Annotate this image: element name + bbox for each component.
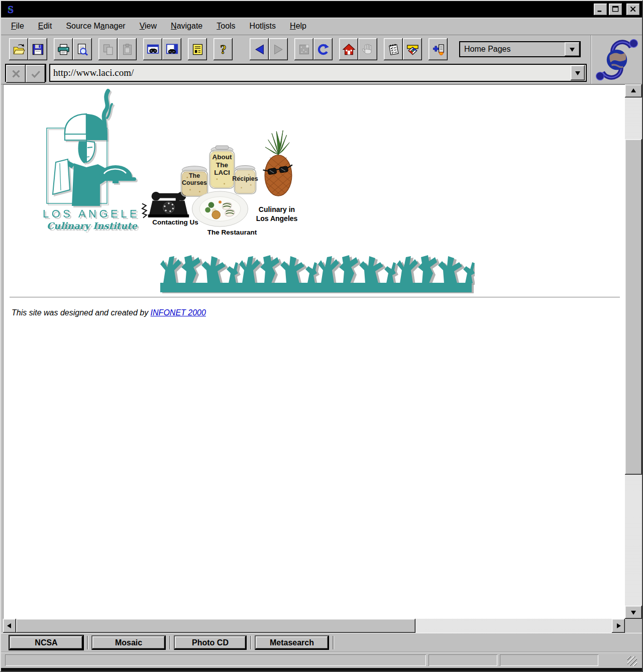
view-source-icon bbox=[191, 43, 204, 56]
paste-button-disabled[interactable] bbox=[118, 38, 137, 60]
status-panel-2 bbox=[428, 654, 497, 666]
help-icon: ? bbox=[217, 43, 230, 56]
nav-culinary-image[interactable] bbox=[260, 129, 297, 203]
view-source-button[interactable] bbox=[188, 38, 207, 60]
minimize-icon[interactable] bbox=[594, 4, 607, 16]
culinary-line2: Los Angeles bbox=[250, 214, 304, 223]
menu-view[interactable]: View bbox=[134, 20, 163, 33]
find-again-icon bbox=[165, 43, 179, 56]
menu-tools[interactable]: Tools bbox=[210, 20, 241, 33]
save-button[interactable] bbox=[28, 38, 47, 60]
print-icon bbox=[57, 43, 70, 56]
save-floppy-icon bbox=[31, 43, 45, 56]
load-images-button[interactable] bbox=[294, 38, 313, 60]
horizontal-scroll-track[interactable] bbox=[16, 619, 612, 633]
print-preview-button[interactable] bbox=[73, 38, 92, 60]
menu-file[interactable]: File bbox=[5, 20, 30, 33]
vertical-scrollbar bbox=[625, 84, 642, 619]
svg-text:?: ? bbox=[220, 43, 226, 56]
status-bar bbox=[1, 652, 642, 668]
forward-button-disabled[interactable] bbox=[269, 38, 288, 60]
find-again-button[interactable] bbox=[162, 38, 181, 60]
infonet-link[interactable]: INFONET 2000 bbox=[151, 308, 206, 317]
resize-grip[interactable] bbox=[627, 656, 637, 666]
address-field-wrap bbox=[49, 64, 587, 82]
quicklink-photo-cd[interactable]: Photo CD bbox=[174, 635, 247, 650]
print-button[interactable] bbox=[54, 38, 73, 60]
scroll-corner bbox=[625, 619, 642, 633]
spyglass-app-icon: S bbox=[3, 3, 18, 16]
quicklink-mosaic[interactable]: Mosaic bbox=[91, 635, 166, 650]
scroll-up-icon[interactable] bbox=[625, 84, 642, 97]
scroll-left-icon[interactable] bbox=[3, 619, 16, 633]
load-images-icon bbox=[297, 43, 311, 56]
nav-restaurant-label[interactable]: The Restaurant bbox=[199, 229, 265, 237]
smartmarks-icon bbox=[406, 43, 419, 56]
reload-button[interactable] bbox=[313, 38, 333, 60]
title-bar: S bbox=[1, 1, 642, 18]
nav-restaurant-image[interactable] bbox=[190, 189, 250, 231]
smartmarks-button[interactable] bbox=[403, 38, 422, 60]
menu-help[interactable]: Help bbox=[284, 20, 312, 33]
home-pages-combo[interactable]: Home Pages bbox=[459, 41, 581, 57]
add-hotlist-icon bbox=[432, 43, 445, 56]
top-bars: ? bbox=[1, 35, 642, 84]
stop-hand-icon bbox=[361, 43, 375, 56]
content-area: LOS ANGELES Culinary Institute bbox=[1, 84, 642, 633]
nav-culinary-label[interactable]: Culinary in Los Angeles bbox=[250, 205, 304, 223]
find-icon bbox=[146, 43, 160, 56]
horizontal-scrollbar bbox=[3, 619, 625, 633]
address-input[interactable] bbox=[50, 65, 571, 81]
quick-links-bar: NCSAMosaicPhoto CDMetasearch bbox=[1, 633, 642, 652]
add-hotlist-button[interactable] bbox=[428, 38, 448, 60]
find-button[interactable] bbox=[143, 38, 162, 60]
laci-logo-image: LOS ANGELES Culinary Institute bbox=[39, 88, 138, 235]
vertical-scroll-track[interactable] bbox=[625, 97, 642, 606]
quicklink-separator bbox=[250, 636, 251, 649]
culinary-line1: Culinary in bbox=[250, 205, 304, 214]
quicklink-separator bbox=[169, 636, 170, 649]
scroll-down-icon[interactable] bbox=[625, 606, 642, 619]
stop-button-disabled[interactable] bbox=[358, 38, 377, 60]
combo-dropdown-icon[interactable] bbox=[565, 42, 580, 56]
quicklink-separator bbox=[87, 636, 88, 649]
back-icon bbox=[253, 43, 266, 56]
url-dropdown-icon[interactable] bbox=[571, 65, 585, 80]
credit-text: This site was designed and created by bbox=[12, 308, 151, 317]
chefs-banner-image bbox=[159, 253, 475, 295]
horizontal-scroll-thumb[interactable] bbox=[16, 619, 415, 633]
menu-navigate[interactable]: Navigate bbox=[165, 20, 208, 33]
back-button[interactable] bbox=[250, 38, 269, 60]
paste-icon bbox=[121, 43, 134, 56]
menu-edit[interactable]: Edit bbox=[32, 20, 58, 33]
scroll-right-icon[interactable] bbox=[612, 619, 625, 633]
vertical-scroll-thumb[interactable] bbox=[625, 139, 642, 475]
hotlist-button[interactable] bbox=[384, 38, 403, 60]
help-button[interactable]: ? bbox=[213, 38, 233, 60]
nav-recipes-label[interactable]: Recipies bbox=[230, 175, 261, 182]
quicklink-ncsa[interactable]: NCSA bbox=[9, 635, 83, 650]
menu-bar: FileEditSource ManagerViewNavigateToolsH… bbox=[1, 18, 642, 35]
open-button[interactable] bbox=[9, 38, 28, 60]
status-progress-panel bbox=[500, 654, 598, 666]
menu-hotlists[interactable]: Hotlists bbox=[244, 20, 282, 33]
close-icon[interactable] bbox=[626, 4, 640, 16]
quicklink-metasearch[interactable]: Metasearch bbox=[255, 635, 329, 650]
copy-button-disabled[interactable] bbox=[98, 38, 118, 60]
credit-line: This site was designed and created by IN… bbox=[12, 308, 625, 317]
horizontal-scrollbar-row bbox=[3, 619, 642, 633]
reload-icon bbox=[316, 43, 330, 56]
open-folder-icon bbox=[12, 43, 26, 56]
menu-source-manager[interactable]: Source Manager bbox=[60, 20, 131, 33]
go-check-button[interactable] bbox=[26, 65, 45, 83]
url-bar bbox=[1, 63, 591, 84]
copy-icon bbox=[101, 43, 115, 56]
print-preview-icon bbox=[76, 43, 89, 56]
status-message-panel bbox=[5, 654, 426, 666]
cancel-x-button[interactable] bbox=[6, 65, 26, 83]
nav-imagemap: Contacting Us The Cou bbox=[140, 129, 302, 240]
maximize-icon[interactable] bbox=[609, 4, 622, 16]
toolbar: ? bbox=[1, 35, 591, 63]
home-button[interactable] bbox=[339, 38, 358, 60]
spyglass-logo bbox=[591, 35, 642, 84]
